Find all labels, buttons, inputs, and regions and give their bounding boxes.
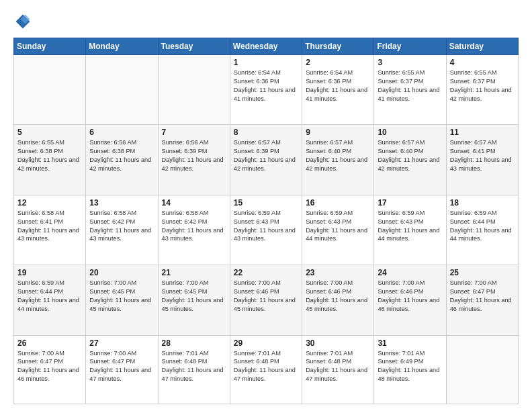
week-row-4: 19Sunrise: 6:59 AM Sunset: 6:44 PM Dayli… <box>14 265 519 335</box>
calendar-cell: 13Sunrise: 6:58 AM Sunset: 6:42 PM Dayli… <box>86 195 158 265</box>
day-number: 31 <box>378 338 442 348</box>
calendar-cell: 12Sunrise: 6:58 AM Sunset: 6:41 PM Dayli… <box>14 195 86 265</box>
day-info: Sunrise: 6:55 AM Sunset: 6:38 PM Dayligh… <box>17 138 82 173</box>
header-row: SundayMondayTuesdayWednesdayThursdayFrid… <box>14 38 519 55</box>
day-number: 25 <box>450 268 515 277</box>
day-number: 11 <box>450 128 515 137</box>
day-info: Sunrise: 7:00 AM Sunset: 6:46 PM Dayligh… <box>378 279 442 314</box>
calendar-cell: 22Sunrise: 7:00 AM Sunset: 6:46 PM Dayli… <box>230 265 302 335</box>
calendar-cell: 2Sunrise: 6:54 AM Sunset: 6:36 PM Daylig… <box>302 55 374 125</box>
calendar-cell: 30Sunrise: 7:01 AM Sunset: 6:48 PM Dayli… <box>302 335 374 404</box>
day-info: Sunrise: 6:59 AM Sunset: 6:44 PM Dayligh… <box>17 279 82 314</box>
day-number: 24 <box>378 268 442 277</box>
calendar-cell: 4Sunrise: 6:55 AM Sunset: 6:37 PM Daylig… <box>446 55 518 125</box>
day-info: Sunrise: 6:57 AM Sunset: 6:40 PM Dayligh… <box>306 138 370 173</box>
day-number: 19 <box>17 268 82 277</box>
day-info: Sunrise: 7:00 AM Sunset: 6:45 PM Dayligh… <box>162 279 226 314</box>
day-info: Sunrise: 6:56 AM Sunset: 6:39 PM Dayligh… <box>162 138 226 173</box>
calendar-table: SundayMondayTuesdayWednesdayThursdayFrid… <box>13 38 519 404</box>
col-header-wednesday: Wednesday <box>230 38 302 55</box>
day-number: 28 <box>162 338 226 348</box>
logo <box>13 12 35 31</box>
day-info: Sunrise: 6:54 AM Sunset: 6:36 PM Dayligh… <box>234 68 298 103</box>
day-number: 3 <box>378 58 442 67</box>
day-number: 29 <box>234 338 298 348</box>
day-info: Sunrise: 7:01 AM Sunset: 6:48 PM Dayligh… <box>162 349 226 384</box>
day-number: 6 <box>89 128 154 137</box>
calendar-cell: 27Sunrise: 7:00 AM Sunset: 6:47 PM Dayli… <box>86 335 158 404</box>
day-number: 26 <box>17 338 82 348</box>
day-number: 12 <box>17 198 82 208</box>
day-info: Sunrise: 7:01 AM Sunset: 6:49 PM Dayligh… <box>378 349 442 384</box>
day-number: 22 <box>234 268 298 277</box>
calendar-cell: 23Sunrise: 7:00 AM Sunset: 6:46 PM Dayli… <box>302 265 374 335</box>
calendar-cell: 17Sunrise: 6:59 AM Sunset: 6:43 PM Dayli… <box>374 195 446 265</box>
calendar-cell: 9Sunrise: 6:57 AM Sunset: 6:40 PM Daylig… <box>302 125 374 195</box>
calendar-cell: 14Sunrise: 6:58 AM Sunset: 6:42 PM Dayli… <box>158 195 230 265</box>
calendar-cell: 18Sunrise: 6:59 AM Sunset: 6:44 PM Dayli… <box>446 195 518 265</box>
calendar-cell: 8Sunrise: 6:57 AM Sunset: 6:39 PM Daylig… <box>230 125 302 195</box>
page: SundayMondayTuesdayWednesdayThursdayFrid… <box>0 0 532 411</box>
calendar-cell: 7Sunrise: 6:56 AM Sunset: 6:39 PM Daylig… <box>158 125 230 195</box>
day-info: Sunrise: 7:00 AM Sunset: 6:46 PM Dayligh… <box>234 279 298 314</box>
calendar-cell: 3Sunrise: 6:55 AM Sunset: 6:37 PM Daylig… <box>374 55 446 125</box>
calendar-cell: 29Sunrise: 7:01 AM Sunset: 6:48 PM Dayli… <box>230 335 302 404</box>
header <box>13 12 519 31</box>
week-row-3: 12Sunrise: 6:58 AM Sunset: 6:41 PM Dayli… <box>14 195 519 265</box>
day-info: Sunrise: 6:58 AM Sunset: 6:42 PM Dayligh… <box>162 209 226 244</box>
calendar-cell: 20Sunrise: 7:00 AM Sunset: 6:45 PM Dayli… <box>86 265 158 335</box>
day-number: 5 <box>17 128 82 137</box>
calendar-cell <box>86 55 158 125</box>
calendar-cell <box>158 55 230 125</box>
day-info: Sunrise: 6:57 AM Sunset: 6:41 PM Dayligh… <box>450 138 515 173</box>
day-info: Sunrise: 7:00 AM Sunset: 6:47 PM Dayligh… <box>450 279 515 314</box>
day-info: Sunrise: 6:58 AM Sunset: 6:41 PM Dayligh… <box>17 209 82 244</box>
day-number: 7 <box>162 128 226 137</box>
day-number: 14 <box>162 198 226 208</box>
day-info: Sunrise: 6:59 AM Sunset: 6:43 PM Dayligh… <box>378 209 442 244</box>
day-number: 4 <box>450 58 515 67</box>
day-info: Sunrise: 6:57 AM Sunset: 6:39 PM Dayligh… <box>234 138 298 173</box>
day-number: 16 <box>306 198 370 208</box>
day-number: 23 <box>306 268 370 277</box>
day-info: Sunrise: 6:54 AM Sunset: 6:36 PM Dayligh… <box>306 68 370 103</box>
calendar-cell <box>446 335 518 404</box>
calendar-cell: 26Sunrise: 7:00 AM Sunset: 6:47 PM Dayli… <box>14 335 86 404</box>
day-info: Sunrise: 6:55 AM Sunset: 6:37 PM Dayligh… <box>378 68 442 103</box>
calendar-cell: 16Sunrise: 6:59 AM Sunset: 6:43 PM Dayli… <box>302 195 374 265</box>
day-number: 30 <box>306 338 370 348</box>
day-info: Sunrise: 7:01 AM Sunset: 6:48 PM Dayligh… <box>306 349 370 384</box>
day-info: Sunrise: 7:01 AM Sunset: 6:48 PM Dayligh… <box>234 349 298 384</box>
calendar-cell: 5Sunrise: 6:55 AM Sunset: 6:38 PM Daylig… <box>14 125 86 195</box>
day-info: Sunrise: 6:55 AM Sunset: 6:37 PM Dayligh… <box>450 68 515 103</box>
calendar-cell: 11Sunrise: 6:57 AM Sunset: 6:41 PM Dayli… <box>446 125 518 195</box>
day-info: Sunrise: 7:00 AM Sunset: 6:45 PM Dayligh… <box>89 279 154 314</box>
calendar-cell: 19Sunrise: 6:59 AM Sunset: 6:44 PM Dayli… <box>14 265 86 335</box>
week-row-5: 26Sunrise: 7:00 AM Sunset: 6:47 PM Dayli… <box>14 335 519 404</box>
col-header-friday: Friday <box>374 38 446 55</box>
calendar-cell: 24Sunrise: 7:00 AM Sunset: 6:46 PM Dayli… <box>374 265 446 335</box>
col-header-thursday: Thursday <box>302 38 374 55</box>
calendar-cell: 1Sunrise: 6:54 AM Sunset: 6:36 PM Daylig… <box>230 55 302 125</box>
day-number: 13 <box>89 198 154 208</box>
day-info: Sunrise: 6:59 AM Sunset: 6:43 PM Dayligh… <box>306 209 370 244</box>
calendar-cell: 6Sunrise: 6:56 AM Sunset: 6:38 PM Daylig… <box>86 125 158 195</box>
week-row-2: 5Sunrise: 6:55 AM Sunset: 6:38 PM Daylig… <box>14 125 519 195</box>
calendar-cell: 28Sunrise: 7:01 AM Sunset: 6:48 PM Dayli… <box>158 335 230 404</box>
day-number: 2 <box>306 58 370 67</box>
day-info: Sunrise: 6:59 AM Sunset: 6:44 PM Dayligh… <box>450 209 515 244</box>
day-number: 21 <box>162 268 226 277</box>
day-info: Sunrise: 6:57 AM Sunset: 6:40 PM Dayligh… <box>378 138 442 173</box>
calendar-cell <box>14 55 86 125</box>
col-header-saturday: Saturday <box>446 38 518 55</box>
day-number: 8 <box>234 128 298 137</box>
day-number: 10 <box>378 128 442 137</box>
day-number: 27 <box>89 338 154 348</box>
day-number: 17 <box>378 198 442 208</box>
day-info: Sunrise: 7:00 AM Sunset: 6:47 PM Dayligh… <box>17 349 82 384</box>
calendar-cell: 10Sunrise: 6:57 AM Sunset: 6:40 PM Dayli… <box>374 125 446 195</box>
day-info: Sunrise: 6:58 AM Sunset: 6:42 PM Dayligh… <box>89 209 154 244</box>
logo-icon <box>13 12 32 31</box>
day-number: 15 <box>234 198 298 208</box>
day-info: Sunrise: 7:00 AM Sunset: 6:46 PM Dayligh… <box>306 279 370 314</box>
